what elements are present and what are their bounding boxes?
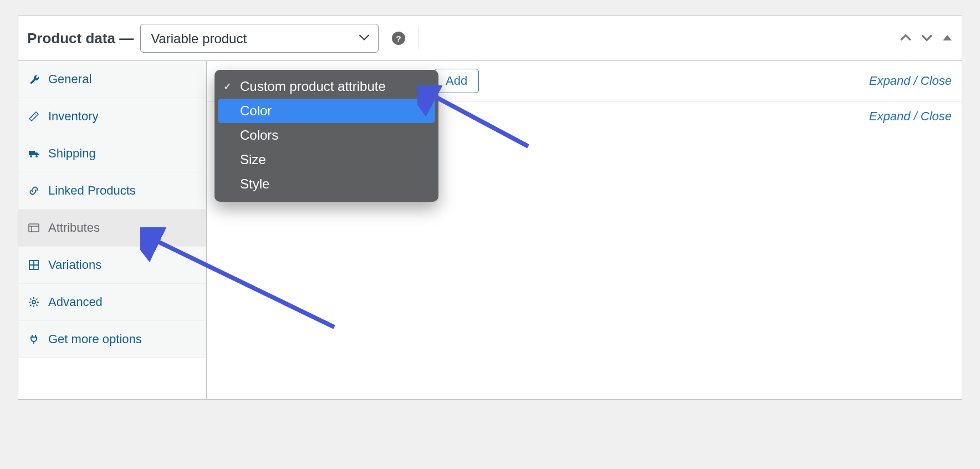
dropdown-item-label: Custom product attribute [240,79,386,94]
product-type-select-wrap: Variable product [140,24,379,53]
panel-body: General Inventory Shipping Linked Produc… [18,61,962,399]
tab-label: Get more options [48,332,142,346]
truck-icon [28,148,39,159]
tab-label: Shipping [48,146,96,161]
tab-label: Linked Products [48,183,136,198]
dropdown-item-color[interactable]: Color [218,99,435,123]
attributes-content: Add Expand / Close Expand / Close ✓ Cust… [207,61,962,399]
help-icon[interactable]: ? [392,32,405,45]
panel-collapse-icon[interactable] [942,32,953,45]
tab-inventory[interactable]: Inventory [18,98,206,135]
panel-down-icon[interactable] [921,32,933,45]
dropdown-item-label: Color [240,103,272,118]
list-icon [28,222,39,233]
dropdown-item-colors[interactable]: Colors [218,123,435,147]
svg-point-0 [30,155,32,157]
product-type-select[interactable]: Variable product [140,24,379,53]
plug-icon [28,334,39,345]
tab-attributes[interactable]: Attributes [18,210,206,247]
panel-title: Product data — [27,30,134,47]
dropdown-item-custom[interactable]: ✓ Custom product attribute [218,74,435,99]
svg-point-1 [35,155,38,157]
product-data-panel: Product data — Variable product ? [18,16,962,400]
attribute-type-dropdown[interactable]: ✓ Custom product attribute Color Colors … [215,70,438,202]
panel-up-icon[interactable] [900,32,912,45]
dropdown-item-label: Size [240,152,266,167]
wrench-icon [28,74,39,85]
ruler-icon [28,111,39,122]
tab-label: Advanced [48,295,103,309]
dropdown-item-label: Colors [240,128,278,142]
tab-general[interactable]: General [18,61,206,98]
dropdown-item-size[interactable]: Size [218,147,435,172]
tab-label: Inventory [48,109,99,124]
link-icon [28,185,39,196]
tab-label: General [48,72,91,86]
check-icon: ✓ [223,80,232,93]
gear-icon [28,297,39,308]
dropdown-item-label: Style [240,176,269,191]
expand-close-link-2[interactable]: Expand / Close [869,109,952,124]
svg-rect-2 [29,224,39,232]
grid-icon [28,259,39,271]
tab-shipping[interactable]: Shipping [18,135,206,172]
dropdown-item-style[interactable]: Style [218,172,435,196]
product-data-tabs: General Inventory Shipping Linked Produc… [18,61,207,399]
panel-header: Product data — Variable product ? [18,16,962,61]
panel-header-actions [900,32,953,45]
add-attribute-button[interactable]: Add [434,69,479,93]
tab-linked-products[interactable]: Linked Products [18,172,206,210]
tab-variations[interactable]: Variations [18,247,206,284]
separator [418,27,419,49]
tab-advanced[interactable]: Advanced [18,284,206,321]
tab-label: Attributes [48,221,100,235]
tab-get-more-options[interactable]: Get more options [18,321,206,358]
tab-label: Variations [48,258,101,272]
expand-close-link[interactable]: Expand / Close [869,74,952,88]
svg-point-4 [32,300,35,304]
